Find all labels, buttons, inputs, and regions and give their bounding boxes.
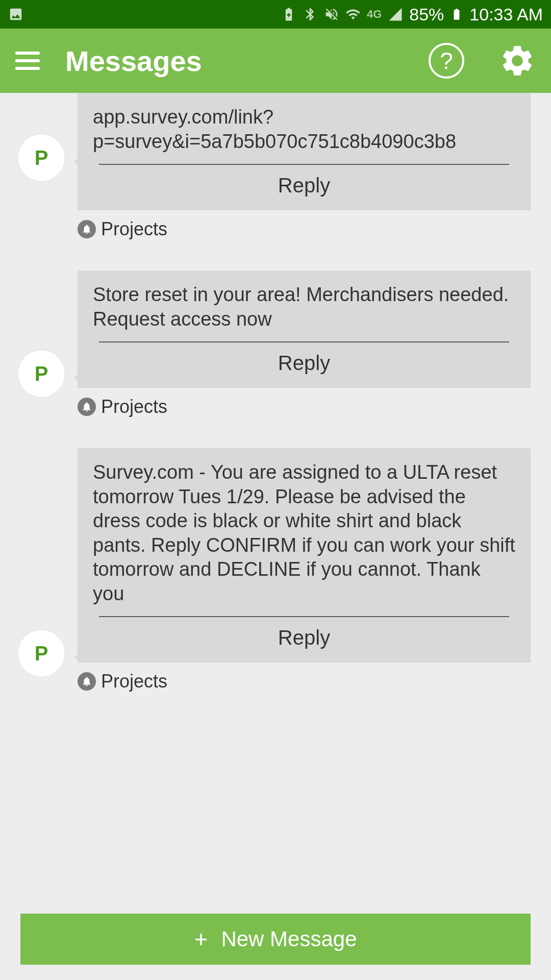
bell-icon [78, 672, 96, 691]
bell-icon [78, 220, 96, 238]
message-text: Survey.com - You are assigned to a ULTA … [93, 460, 515, 606]
message-bubble[interactable]: app.survey.com/link?p=survey&i=5a7b5b070… [78, 93, 531, 210]
avatar[interactable]: P [17, 350, 65, 398]
menu-icon[interactable] [15, 52, 40, 70]
reply-button[interactable]: Reply [93, 174, 515, 197]
sender-row: Projects [78, 218, 531, 240]
battery-saver-icon [281, 7, 296, 22]
new-message-button[interactable]: + New Message [20, 914, 531, 965]
signal-icon [388, 7, 403, 22]
avatar[interactable]: P [17, 134, 65, 182]
bluetooth-icon [303, 7, 318, 22]
sender-row: Projects [78, 671, 531, 692]
divider [99, 164, 509, 165]
app-bar: Messages ? [0, 29, 551, 93]
page-title: Messages [65, 44, 403, 78]
sender-row: Projects [78, 396, 531, 418]
mute-icon [324, 7, 339, 22]
reply-button[interactable]: Reply [93, 626, 515, 649]
gear-icon[interactable] [499, 42, 536, 79]
message-text: Store reset in your area! Merchandisers … [93, 283, 515, 331]
wifi-icon [345, 7, 361, 22]
status-bar: 4G 85% 10:33 AM [0, 0, 551, 29]
network-label: 4G [367, 8, 382, 21]
new-message-label: New Message [221, 927, 357, 951]
divider [99, 616, 509, 617]
status-left [8, 7, 23, 22]
sender-name: Projects [101, 671, 167, 692]
sender-name: Projects [101, 396, 167, 418]
status-right: 4G 85% 10:33 AM [281, 5, 543, 24]
battery-percent: 85% [409, 5, 444, 24]
avatar[interactable]: P [17, 629, 65, 677]
message-item: P app.survey.com/link?p=survey&i=5a7b5b0… [20, 93, 531, 240]
divider [99, 341, 509, 342]
message-bubble[interactable]: Survey.com - You are assigned to a ULTA … [78, 448, 531, 663]
message-item: P Store reset in your area! Merchandiser… [20, 271, 531, 418]
picture-icon [8, 7, 23, 22]
clock: 10:33 AM [469, 5, 543, 24]
reply-button[interactable]: Reply [93, 352, 515, 375]
message-text: app.survey.com/link?p=survey&i=5a7b5b070… [93, 105, 515, 154]
messages-list[interactable]: P app.survey.com/link?p=survey&i=5a7b5b0… [0, 93, 551, 909]
help-button[interactable]: ? [429, 43, 464, 79]
plus-icon: + [194, 925, 208, 953]
battery-icon [450, 7, 463, 22]
sender-name: Projects [101, 218, 167, 240]
message-item: P Survey.com - You are assigned to a ULT… [20, 448, 531, 692]
message-bubble[interactable]: Store reset in your area! Merchandisers … [78, 271, 531, 388]
bell-icon [78, 398, 96, 416]
